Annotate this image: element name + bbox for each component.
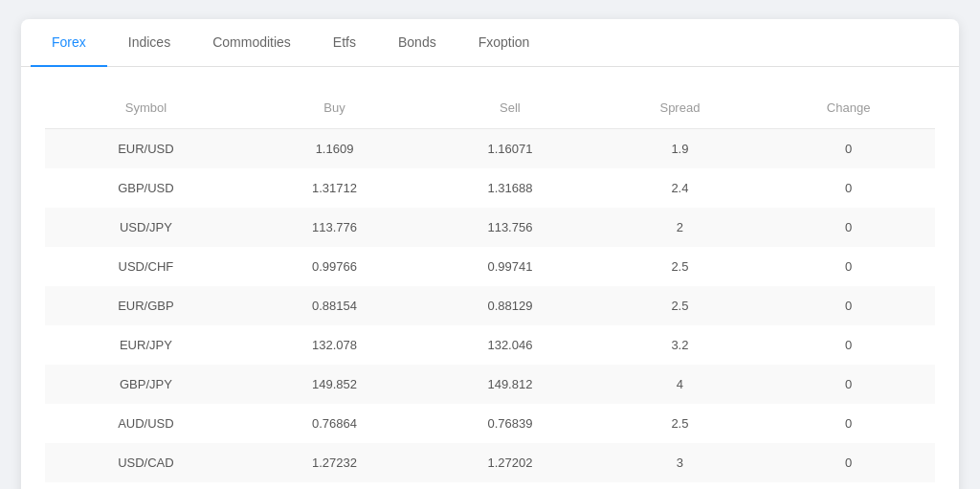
col-header-spread: Spread: [598, 87, 763, 129]
cell-change: 0: [762, 482, 935, 489]
cell-symbol: NZD/USD: [45, 482, 247, 489]
cell-sell: 0.99741: [422, 247, 597, 286]
tab-bar: ForexIndicesCommoditiesEtfsBondsFxoption: [21, 19, 959, 67]
col-header-symbol: Symbol: [45, 87, 247, 129]
table-row: USD/JPY113.776113.75620: [45, 208, 936, 247]
cell-change: 0: [762, 129, 935, 169]
cell-buy: 1.1609: [247, 129, 422, 169]
cell-sell: 0.88129: [422, 286, 597, 325]
cell-buy: 0.69289: [247, 482, 422, 489]
cell-change: 0: [762, 404, 935, 443]
cell-spread: 4: [598, 365, 763, 404]
table-row: NZD/USD0.692890.6925930: [45, 482, 936, 489]
cell-symbol: USD/CHF: [45, 247, 247, 286]
cell-change: 0: [762, 247, 935, 286]
cell-spread: 2.4: [598, 168, 763, 208]
cell-buy: 0.99766: [247, 247, 422, 286]
cell-change: 0: [762, 168, 935, 208]
table-row: EUR/USD1.16091.160711.90: [45, 129, 936, 169]
table-row: USD/CAD1.272321.2720230: [45, 443, 936, 482]
forex-table: SymbolBuySellSpreadChange EUR/USD1.16091…: [44, 86, 936, 489]
table-row: EUR/GBP0.881540.881292.50: [45, 286, 936, 325]
cell-change: 0: [762, 325, 935, 365]
col-header-buy: Buy: [247, 87, 422, 129]
col-header-change: Change: [762, 87, 935, 129]
cell-buy: 1.27232: [247, 443, 422, 482]
cell-spread: 2.5: [598, 404, 763, 443]
cell-spread: 1.9: [598, 129, 763, 169]
cell-change: 0: [762, 365, 935, 404]
table-row: GBP/JPY149.852149.81240: [45, 365, 936, 404]
table-row: USD/CHF0.997660.997412.50: [45, 247, 936, 286]
tab-fxoption[interactable]: Fxoption: [457, 19, 551, 67]
table-row: EUR/JPY132.078132.0463.20: [45, 325, 936, 365]
tab-indices[interactable]: Indices: [107, 19, 191, 67]
cell-buy: 132.078: [247, 325, 422, 365]
cell-spread: 2.5: [598, 286, 763, 325]
cell-symbol: USD/CAD: [45, 443, 247, 482]
cell-buy: 0.76864: [247, 404, 422, 443]
cell-symbol: USD/JPY: [45, 208, 247, 247]
cell-sell: 132.046: [422, 325, 597, 365]
table-row: AUD/USD0.768640.768392.50: [45, 404, 936, 443]
cell-sell: 1.27202: [422, 443, 597, 482]
cell-buy: 113.776: [247, 208, 422, 247]
tab-commodities[interactable]: Commodities: [191, 19, 312, 67]
cell-symbol: EUR/GBP: [45, 286, 247, 325]
cell-buy: 0.88154: [247, 286, 422, 325]
cell-change: 0: [762, 208, 935, 247]
cell-buy: 149.852: [247, 365, 422, 404]
cell-spread: 2.5: [598, 247, 763, 286]
table-wrapper: SymbolBuySellSpreadChange EUR/USD1.16091…: [21, 67, 959, 489]
main-container: ForexIndicesCommoditiesEtfsBondsFxoption…: [21, 19, 959, 489]
cell-symbol: EUR/JPY: [45, 325, 247, 365]
cell-change: 0: [762, 286, 935, 325]
cell-sell: 1.31688: [422, 168, 597, 208]
cell-symbol: EUR/USD: [45, 129, 247, 169]
cell-sell: 0.69259: [422, 482, 597, 489]
cell-symbol: GBP/JPY: [45, 365, 247, 404]
cell-sell: 149.812: [422, 365, 597, 404]
cell-spread: 3: [598, 482, 763, 489]
col-header-sell: Sell: [422, 87, 597, 129]
table-row: GBP/USD1.317121.316882.40: [45, 168, 936, 208]
cell-spread: 2: [598, 208, 763, 247]
cell-buy: 1.31712: [247, 168, 422, 208]
cell-sell: 113.756: [422, 208, 597, 247]
tab-bonds[interactable]: Bonds: [377, 19, 457, 67]
cell-spread: 3: [598, 443, 763, 482]
tab-forex[interactable]: Forex: [31, 19, 107, 67]
cell-sell: 0.76839: [422, 404, 597, 443]
cell-spread: 3.2: [598, 325, 763, 365]
tab-etfs[interactable]: Etfs: [312, 19, 377, 67]
cell-change: 0: [762, 443, 935, 482]
cell-symbol: AUD/USD: [45, 404, 247, 443]
cell-sell: 1.16071: [422, 129, 597, 169]
cell-symbol: GBP/USD: [45, 168, 247, 208]
